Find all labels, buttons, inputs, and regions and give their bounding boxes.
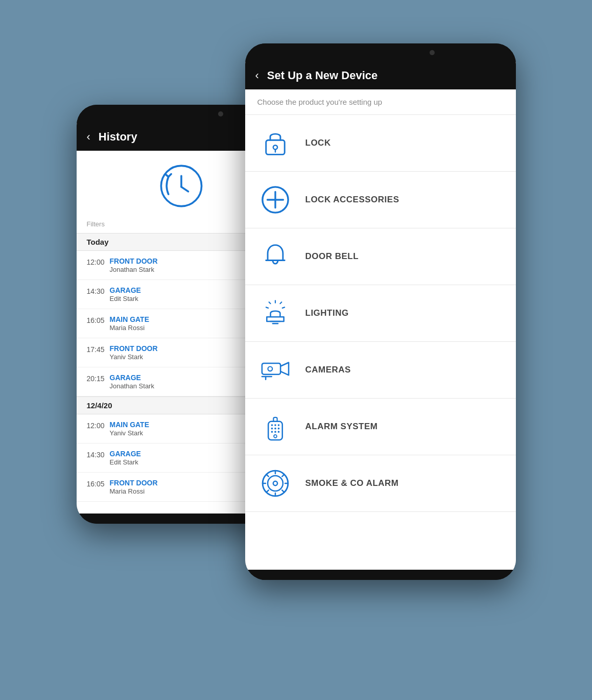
setup-header: ‹ Set Up a New Device [245,62,516,89]
setup-subtitle: Choose the product you're setting up [245,89,516,115]
svg-point-26 [271,428,273,430]
right-camera [430,50,435,55]
smoke-co-alarm-icon [257,465,293,501]
right-phone: ‹ Set Up a New Device Choose the product… [245,43,516,580]
history-item-time: 16:05 [87,315,110,324]
left-camera [218,111,223,116]
history-item-time: 14:30 [87,450,110,459]
history-item-time: 17:45 [87,344,110,354]
svg-point-25 [277,424,279,426]
device-item-lock-accessories[interactable]: LOCK ACCESSORIES [245,172,516,228]
svg-line-13 [269,302,270,304]
device-list: LOCK LOCK ACCESSORIES DOOR BELL LIGHTING [245,115,516,512]
history-item-time: 16:05 [87,479,110,488]
device-item-cameras[interactable]: CAMERAS [245,342,516,399]
device-item-alarm-system[interactable]: ALARM SYSTEM [245,399,516,455]
svg-point-33 [268,476,283,491]
alarm-system-icon [257,409,293,445]
svg-point-42 [273,481,277,485]
svg-rect-21 [268,422,282,440]
setup-title: Set Up a New Device [267,69,377,82]
lock-label: LOCK [305,138,331,148]
svg-line-38 [266,475,268,477]
svg-point-23 [271,424,273,426]
right-bottom-bar [245,570,516,580]
device-item-smoke-co-alarm[interactable]: SMOKE & CO ALARM [245,455,516,512]
door-bell-icon [257,239,293,274]
history-back-button[interactable]: ‹ [87,130,90,144]
cameras-icon [257,352,293,388]
svg-line-15 [266,307,268,308]
history-item-time: 20:15 [87,374,110,383]
svg-point-24 [274,424,276,426]
svg-line-39 [282,475,284,477]
svg-point-20 [268,366,272,371]
setup-screen: Choose the product you're setting up LOC… [245,89,516,570]
smoke-co-alarm-label: SMOKE & CO ALARM [305,478,399,488]
svg-point-22 [274,435,277,438]
right-screen: ‹ Set Up a New Device Choose the product… [245,62,516,570]
device-item-door-bell[interactable]: DOOR BELL [245,228,516,285]
svg-line-2 [181,187,188,192]
right-notch [355,43,406,54]
history-title: History [99,130,137,144]
setup-back-button[interactable]: ‹ [255,69,259,82]
lock-icon [257,125,293,161]
device-item-lighting[interactable]: LIGHTING [245,285,516,342]
svg-line-41 [282,490,284,492]
lighting-label: LIGHTING [305,308,349,318]
svg-line-14 [280,302,281,304]
svg-rect-17 [262,363,280,375]
svg-point-28 [277,428,279,430]
svg-point-31 [277,431,279,433]
lock-accessories-icon [257,182,293,218]
door-bell-label: DOOR BELL [305,251,359,262]
svg-line-16 [282,307,284,308]
device-item-lock[interactable]: LOCK [245,115,516,172]
svg-point-27 [274,428,276,430]
svg-point-4 [273,145,277,149]
left-notch [156,105,207,115]
svg-point-29 [271,431,273,433]
history-clock-icon [158,163,204,209]
history-item-time: 12:00 [87,421,110,430]
cameras-label: CAMERAS [305,365,351,375]
history-item-time: 14:30 [87,286,110,295]
alarm-system-label: ALARM SYSTEM [305,422,378,432]
lock-accessories-label: LOCK ACCESSORIES [305,195,399,205]
svg-point-30 [274,431,276,433]
lighting-icon [257,295,293,331]
svg-line-40 [266,490,268,492]
right-phone-top-bar [245,43,516,62]
history-item-time: 12:00 [87,257,110,266]
